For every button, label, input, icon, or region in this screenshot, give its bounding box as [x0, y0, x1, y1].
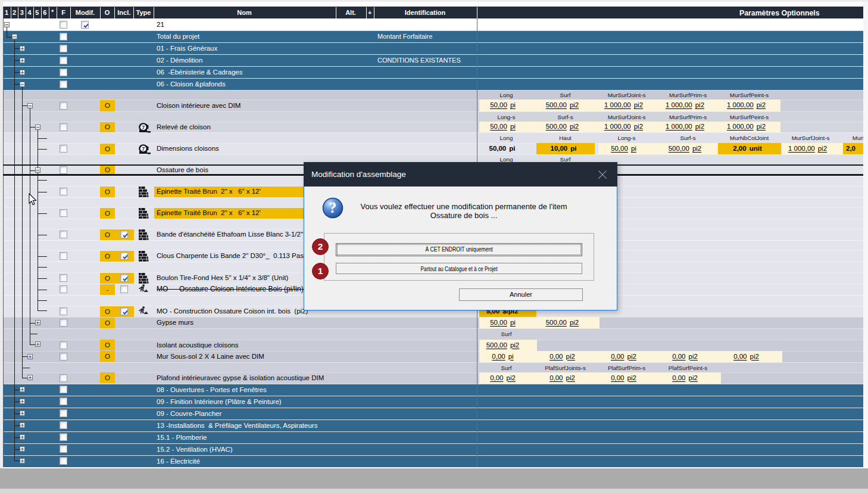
- svg-text:7: 7: [142, 145, 145, 151]
- svg-text:7: 7: [142, 123, 145, 130]
